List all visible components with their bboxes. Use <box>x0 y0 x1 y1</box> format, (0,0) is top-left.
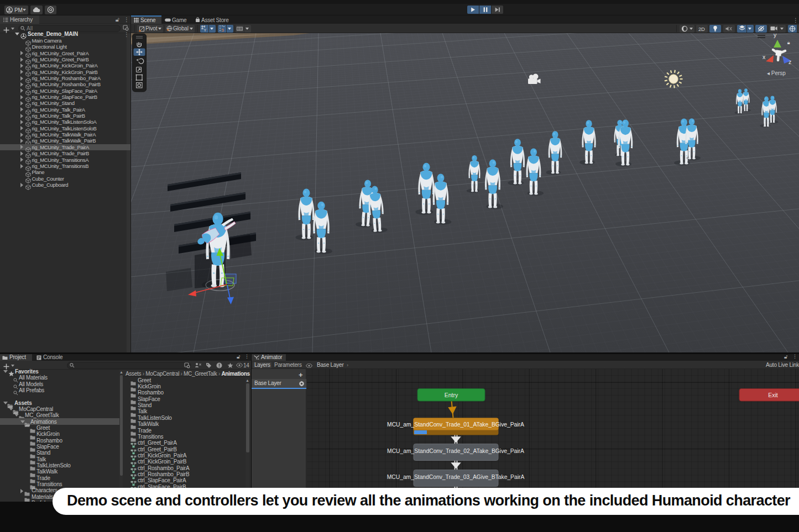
svg-text:z: z <box>788 59 791 65</box>
svg-text:5: 5 <box>222 28 224 32</box>
svg-text:Y: Y <box>204 28 207 32</box>
svg-text:y: y <box>774 33 777 38</box>
svg-text:x: x <box>763 54 766 60</box>
svg-text:Entry: Entry <box>445 392 458 398</box>
svg-text:◂ Persp: ◂ Persp <box>767 70 786 76</box>
svg-text:🔒︎: 🔒︎ <box>787 40 790 45</box>
svg-text:MCU_am_StandConv_Trade_01_ATak: MCU_am_StandConv_Trade_01_ATake_BGive_Pa… <box>387 422 524 428</box>
svg-text:Exit: Exit <box>768 392 778 398</box>
svg-text:MCU_am_StandConv_Trade_03_AGiv: MCU_am_StandConv_Trade_03_AGive_BTake_Pa… <box>387 474 525 480</box>
svg-text:MCU_am_StandConv_Trade_02_ATak: MCU_am_StandConv_Trade_02_ATake_BGive_Pa… <box>387 448 524 454</box>
